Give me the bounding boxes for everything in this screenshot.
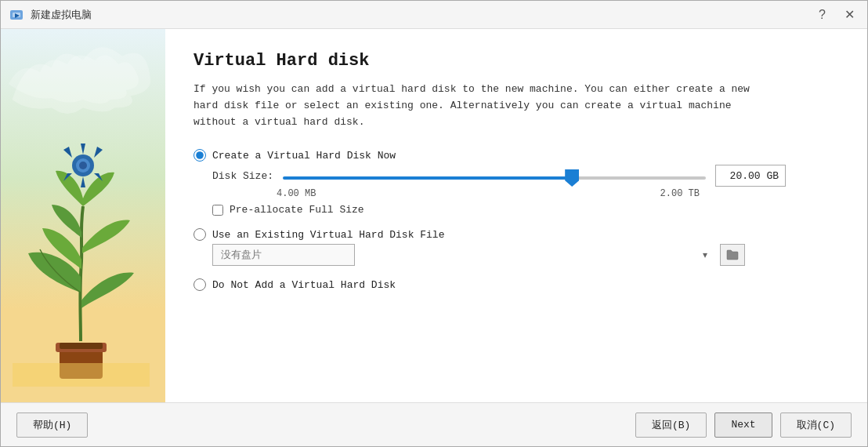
create-new-label[interactable]: Create a Virtual Hard Disk Now — [193, 149, 839, 162]
disk-min-label: 4.00 MB — [277, 188, 316, 199]
page-title: Virtual Hard disk — [193, 51, 839, 71]
use-existing-text: Use an Existing Virtual Hard Disk File — [212, 229, 444, 241]
range-labels-row: 4.00 MB 2.00 TB — [212, 188, 839, 199]
disk-size-slider[interactable] — [283, 176, 706, 180]
title-bar: 新建虚拟电脑 ? ✕ — [1, 1, 867, 29]
disk-size-value[interactable] — [715, 165, 786, 187]
help-button[interactable]: ? — [814, 6, 830, 24]
sidebar — [1, 29, 165, 402]
title-bar-controls: ? ✕ — [814, 5, 859, 24]
create-new-text: Create a Virtual Hard Disk Now — [212, 150, 396, 162]
svg-point-8 — [79, 162, 87, 169]
create-new-radio[interactable] — [193, 149, 206, 162]
existing-disk-section: ▾ — [212, 244, 839, 266]
browse-folder-button[interactable] — [720, 244, 745, 266]
folder-icon — [726, 249, 739, 260]
slider-container — [283, 170, 706, 182]
no-disk-text: Do Not Add a Virtual Hard Disk — [212, 279, 396, 291]
footer-left: 帮助(H) — [16, 412, 88, 438]
no-disk-radio[interactable] — [193, 278, 206, 291]
help-button[interactable]: 帮助(H) — [16, 412, 88, 438]
footer: 帮助(H) 返回(B) Next 取消(C) — [1, 402, 867, 446]
main-window: 新建虚拟电脑 ? ✕ — [0, 0, 868, 447]
dropdown-wrapper: ▾ — [212, 244, 714, 266]
existing-disk-dropdown[interactable] — [212, 244, 355, 266]
use-existing-label[interactable]: Use an Existing Virtual Hard Disk File — [193, 228, 839, 241]
app-icon — [9, 7, 24, 23]
dropdown-arrow-icon: ▾ — [703, 249, 707, 260]
disk-size-section: Disk Size: 4.00 MB 2.00 TB — [212, 165, 839, 216]
option-create-new: Create a Virtual Hard Disk Now Disk Size… — [193, 149, 839, 216]
description: If you wish you can add a virtual hard d… — [193, 82, 758, 130]
close-button[interactable]: ✕ — [840, 5, 859, 24]
footer-right: 返回(B) Next 取消(C) — [635, 412, 852, 438]
window-title: 新建虚拟电脑 — [31, 8, 92, 22]
back-button[interactable]: 返回(B) — [635, 412, 707, 438]
existing-disk-row: ▾ — [212, 244, 839, 266]
options-area: Create a Virtual Hard Disk Now Disk Size… — [193, 149, 839, 387]
main-panel: Virtual Hard disk If you wish you can ad… — [165, 29, 867, 402]
svg-rect-9 — [13, 363, 150, 387]
disk-size-label: Disk Size: — [212, 170, 273, 182]
prealloc-label: Pre-allocate Full Size — [230, 204, 364, 216]
cancel-button[interactable]: 取消(C) — [780, 412, 852, 438]
use-existing-radio[interactable] — [193, 228, 206, 241]
disk-max-label: 2.00 TB — [660, 188, 700, 199]
cloud-decoration — [5, 37, 154, 115]
disk-size-row: Disk Size: — [212, 165, 839, 187]
prealloc-checkbox[interactable] — [212, 205, 223, 216]
plant-illustration — [13, 120, 150, 387]
option-use-existing: Use an Existing Virtual Hard Disk File ▾ — [193, 228, 839, 266]
title-bar-left: 新建虚拟电脑 — [9, 7, 92, 23]
svg-rect-5 — [60, 343, 103, 349]
no-disk-label[interactable]: Do Not Add a Virtual Hard Disk — [193, 278, 839, 291]
next-button[interactable]: Next — [714, 412, 772, 438]
content-area: Virtual Hard disk If you wish you can ad… — [1, 29, 867, 402]
prealloc-row: Pre-allocate Full Size — [212, 204, 839, 216]
